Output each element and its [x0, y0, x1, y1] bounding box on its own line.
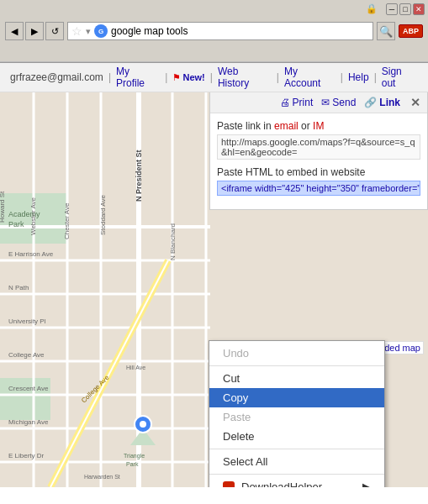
svg-text:Park: Park	[8, 220, 24, 228]
ctx-separator-2	[209, 449, 384, 449]
svg-text:Michigan Ave: Michigan Ave	[8, 418, 49, 426]
search-button[interactable]: 🔍	[377, 22, 395, 40]
abp-button[interactable]: ABP	[399, 24, 423, 38]
back-button[interactable]: ◀	[5, 22, 24, 40]
close-button[interactable]: ✕	[413, 3, 425, 15]
ctx-download-helper[interactable]: DownloadHelper ▶	[209, 477, 384, 487]
link-panel-header: 🖨 Print ✉ Send 🔗 Link ✕	[210, 92, 427, 113]
copy-label: Copy	[223, 391, 248, 404]
ctx-undo[interactable]: Undo	[209, 344, 384, 363]
map-container: Howard St Webster Ave Chester Ave N Pres…	[0, 92, 428, 487]
email-link-section: Paste link in email or IM http://maps.go…	[217, 120, 420, 160]
svg-text:Academy: Academy	[8, 210, 40, 218]
forward-button[interactable]: ▶	[25, 22, 44, 40]
nav-bar: ◀ ▶ ↺ ☆ ▾ G 🔍 ABP	[0, 18, 428, 44]
title-bar-icons: 🔒 ─ □ ✕	[366, 3, 425, 15]
enlarge-map-link[interactable]: lded map	[379, 341, 424, 354]
my-profile-link[interactable]: My Profile	[116, 66, 160, 89]
flag-icon: ⚑	[172, 72, 181, 83]
paste-label: Paste	[223, 411, 251, 423]
embed-section: Paste HTML to embed in website <iframe w…	[217, 166, 420, 196]
ctx-delete[interactable]: Delete	[209, 427, 384, 446]
svg-text:Harwarden St: Harwarden St	[84, 474, 120, 480]
my-account-link[interactable]: My Account	[284, 66, 336, 89]
dropdown-icon: ▾	[86, 26, 91, 37]
svg-text:Hill Ave: Hill Ave	[126, 365, 145, 370]
nav-buttons: ◀ ▶ ↺	[5, 22, 64, 40]
web-history-link[interactable]: Web History	[218, 66, 272, 89]
google-header: grfrazee@gmail.com | My Profile | ⚑ New!…	[0, 63, 428, 92]
link-panel: 🖨 Print ✉ Send 🔗 Link ✕ Paste link in	[209, 92, 428, 210]
chain-icon: 🔗	[364, 97, 377, 108]
reload-button[interactable]: ↺	[45, 22, 64, 40]
svg-text:E Harrison Ave: E Harrison Ave	[8, 250, 54, 258]
link-panel-body: Paste link in email or IM http://maps.go…	[210, 113, 427, 209]
svg-text:College Ave: College Ave	[8, 351, 45, 359]
svg-text:N Path: N Path	[8, 284, 29, 291]
download-helper-icon	[223, 481, 235, 488]
address-bar[interactable]: ☆ ▾ G	[67, 22, 373, 40]
svg-text:University Pl: University Pl	[8, 318, 46, 325]
svg-text:Triangle: Triangle	[124, 453, 145, 459]
download-helper-label: DownloadHelper	[241, 480, 322, 487]
svg-text:N Blanchard: N Blanchard	[169, 223, 177, 260]
bookmarks-bar	[0, 44, 428, 62]
svg-text:Chester Ave: Chester Ave	[63, 202, 71, 239]
context-menu: Undo Cut Copy Paste Delete Select All Do…	[209, 340, 385, 487]
ctx-copy[interactable]: Copy	[209, 388, 384, 407]
close-panel-button[interactable]: ✕	[410, 96, 420, 109]
send-link[interactable]: ✉ Send	[321, 97, 356, 108]
favicon: G	[94, 24, 108, 38]
email-link-label: Paste link in email or IM	[217, 120, 420, 132]
cut-label: Cut	[223, 372, 240, 385]
delete-label: Delete	[223, 430, 255, 443]
svg-text:Park: Park	[126, 461, 139, 467]
sign-out-link[interactable]: Sign out	[382, 66, 418, 89]
print-icon: 🖨	[280, 97, 290, 108]
send-icon: ✉	[321, 97, 330, 108]
svg-text:E Liberty Dr: E Liberty Dr	[8, 452, 45, 459]
search-icon: 🔍	[379, 25, 393, 38]
im-highlight-link[interactable]: IM	[313, 120, 324, 132]
minimize-button[interactable]: ─	[386, 3, 398, 15]
email-highlight-link[interactable]: email	[274, 120, 299, 132]
ctx-paste[interactable]: Paste	[209, 407, 384, 427]
svg-point-38	[140, 421, 146, 428]
svg-text:Stoddard Ave: Stoddard Ave	[99, 195, 107, 235]
link-link[interactable]: 🔗 Link	[364, 97, 400, 108]
select-all-label: Select All	[223, 455, 267, 468]
window-title-text: 🔒	[366, 3, 378, 15]
svg-text:N President St: N President St	[135, 150, 143, 202]
title-bar: 🔒 ─ □ ✕	[0, 0, 428, 18]
svg-text:Crescent Ave: Crescent Ave	[8, 385, 49, 392]
maximize-button[interactable]: □	[399, 3, 411, 15]
undo-label: Undo	[223, 347, 249, 360]
print-link[interactable]: 🖨 Print	[280, 97, 314, 108]
help-link[interactable]: Help	[348, 71, 369, 83]
favorite-icon: ☆	[71, 24, 82, 38]
embed-code-field[interactable]: <iframe width="425" height="350" framebo…	[217, 181, 420, 196]
embed-label: Paste HTML to embed in website	[217, 166, 420, 178]
new-link[interactable]: New!	[182, 72, 204, 82]
ctx-cut[interactable]: Cut	[209, 369, 384, 388]
user-email: grfrazee@gmail.com	[10, 71, 103, 83]
ctx-select-all[interactable]: Select All	[209, 452, 384, 471]
address-input[interactable]	[111, 25, 369, 37]
ctx-separator-3	[209, 474, 384, 475]
new-badge-container: ⚑ New!	[172, 72, 204, 83]
ctx-separator-1	[209, 365, 384, 366]
svg-text:Howard St: Howard St	[0, 191, 6, 223]
email-link-url: http://maps.google.com/maps?f=q&source=s…	[217, 134, 420, 160]
link-panel-actions: 🖨 Print ✉ Send 🔗 Link	[280, 97, 400, 108]
submenu-arrow-icon: ▶	[362, 480, 371, 487]
browser-chrome: 🔒 ─ □ ✕ ◀ ▶ ↺ ☆ ▾ G 🔍 ABP	[0, 0, 428, 63]
